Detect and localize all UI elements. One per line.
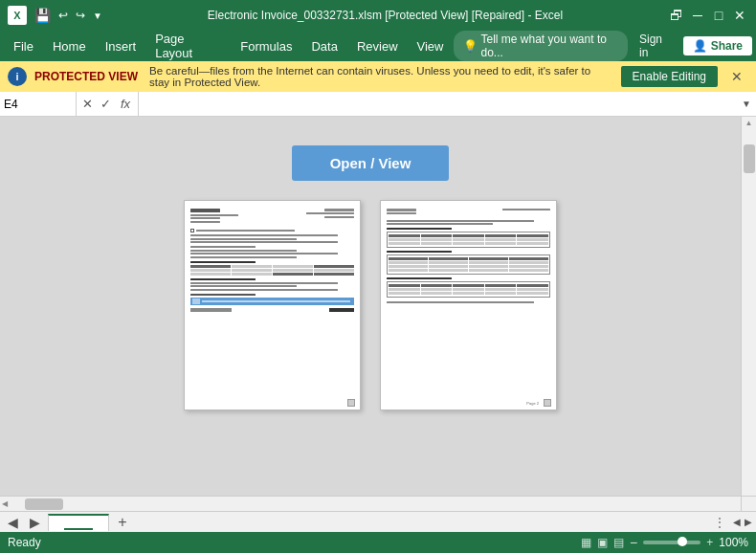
tab-options-button[interactable]: ⋮ xyxy=(710,516,729,529)
tab-scroll-right-icon[interactable]: ▶ xyxy=(745,517,752,527)
sheet-content: Open / View xyxy=(0,117,741,496)
title-bar-left: X 💾 ↩ ↪ ▼ xyxy=(8,6,102,25)
doc-page1-content xyxy=(185,201,360,318)
tab-prev-button[interactable]: ◀ xyxy=(4,515,22,530)
sheet-area: GIC Open / View xyxy=(0,117,756,511)
confirm-formula-button[interactable]: ✓ xyxy=(99,97,113,111)
open-view-button[interactable]: Open / View xyxy=(292,145,450,181)
protected-label: PROTECTED VIEW xyxy=(34,70,138,83)
tab-scroll-left-icon[interactable]: ◀ xyxy=(733,517,741,527)
status-bar-left: Ready xyxy=(8,536,41,549)
formula-input[interactable] xyxy=(139,98,737,111)
title-bar-controls: 🗗 ─ □ ✕ xyxy=(668,7,748,24)
formula-controls: ✕ ✓ fx xyxy=(77,92,139,116)
close-protected-bar-button[interactable]: ✕ xyxy=(725,67,748,86)
protected-icon: i xyxy=(8,67,27,86)
document-preview-page1 xyxy=(184,200,361,410)
lightbulb-icon: 💡 xyxy=(463,39,478,53)
zoom-minus-button[interactable]: − xyxy=(630,535,637,550)
menu-data[interactable]: Data xyxy=(301,35,346,57)
tell-me-text: Tell me what you want to do... xyxy=(481,33,618,59)
tab-bar-right: ⋮ ◀ ▶ xyxy=(710,516,752,529)
tab-bar: ◀ ▶ + ⋮ ◀ ▶ xyxy=(0,511,756,532)
protected-message: Be careful—files from the Internet can c… xyxy=(149,65,613,88)
normal-view-button[interactable]: ▦ xyxy=(581,536,591,549)
horizontal-scrollbar[interactable]: ◀ xyxy=(0,496,741,511)
vertical-scrollbar[interactable]: ▲ xyxy=(741,117,756,496)
scroll-up-arrow[interactable]: ▲ xyxy=(744,117,755,129)
scroll-thumb-h[interactable] xyxy=(25,498,63,510)
menu-view[interactable]: View xyxy=(408,35,454,57)
page-break-view-button[interactable]: ▤ xyxy=(613,536,624,549)
scroll-thumb-v[interactable] xyxy=(744,144,755,173)
share-button[interactable]: 👤 Share xyxy=(683,36,752,55)
zoom-plus-button[interactable]: + xyxy=(706,536,713,549)
name-box[interactable]: E4 xyxy=(0,92,77,116)
sheet-tab-1-label xyxy=(64,517,93,530)
maximize-button[interactable]: □ xyxy=(710,7,727,24)
protected-view-bar: i PROTECTED VIEW Be careful—files from t… xyxy=(0,61,756,92)
restore-button[interactable]: 🗗 xyxy=(668,7,685,24)
enable-editing-button[interactable]: Enable Editing xyxy=(621,66,718,87)
zoom-level-label: 100% xyxy=(719,536,748,549)
status-bar: Ready ▦ ▣ ▤ − + 100% xyxy=(0,532,756,553)
main-area: GIC Open / View xyxy=(0,117,756,511)
sign-in-button[interactable]: Sign in xyxy=(632,29,679,63)
close-button[interactable]: ✕ xyxy=(731,7,748,24)
menu-insert[interactable]: Insert xyxy=(96,35,146,57)
tab-next-button[interactable]: ▶ xyxy=(26,515,44,530)
undo-button[interactable]: ↩ xyxy=(58,9,68,22)
menu-bar: File Home Insert Page Layout Formulas Da… xyxy=(0,31,756,61)
doc-page2-content xyxy=(381,201,556,311)
add-sheet-button[interactable]: + xyxy=(113,514,132,531)
redo-button[interactable]: ↪ xyxy=(76,9,85,22)
status-bar-right: ▦ ▣ ▤ − + 100% xyxy=(581,535,748,550)
cancel-formula-button[interactable]: ✕ xyxy=(80,97,95,111)
menu-formulas[interactable]: Formulas xyxy=(231,35,301,57)
document-previews: Page 2 xyxy=(184,200,557,410)
sheet-tab-1[interactable] xyxy=(48,514,109,531)
tell-me-box[interactable]: 💡 Tell me what you want to do... xyxy=(454,31,628,61)
menu-page-layout[interactable]: Page Layout xyxy=(145,28,231,64)
minimize-button[interactable]: ─ xyxy=(689,7,706,24)
status-ready-label: Ready xyxy=(8,536,41,549)
page-layout-view-button[interactable]: ▣ xyxy=(597,536,608,549)
person-icon: 👤 xyxy=(693,39,707,53)
title-bar: X 💾 ↩ ↪ ▼ Electronic Invoice_00332731.xl… xyxy=(0,0,756,31)
expand-formula-bar-button[interactable]: ▼ xyxy=(737,92,756,117)
fx-icon[interactable]: fx xyxy=(117,97,134,111)
formula-bar: E4 ✕ ✓ fx ▼ xyxy=(0,92,756,117)
menu-file[interactable]: File xyxy=(4,35,43,57)
save-button[interactable]: 💾 xyxy=(34,8,51,23)
scroll-left-arrow[interactable]: ◀ xyxy=(0,498,10,510)
document-preview-page2: Page 2 xyxy=(380,200,557,410)
scroll-corner xyxy=(741,496,756,511)
menu-review[interactable]: Review xyxy=(347,35,408,57)
window-title: Electronic Invoice_00332731.xlsm [Protec… xyxy=(102,9,668,22)
customize-icon[interactable]: ▼ xyxy=(93,11,102,21)
menu-right: 💡 Tell me what you want to do... Sign in… xyxy=(454,29,753,63)
menu-home[interactable]: Home xyxy=(43,35,96,57)
zoom-slider[interactable] xyxy=(643,541,700,544)
excel-logo-icon: X xyxy=(8,6,27,25)
